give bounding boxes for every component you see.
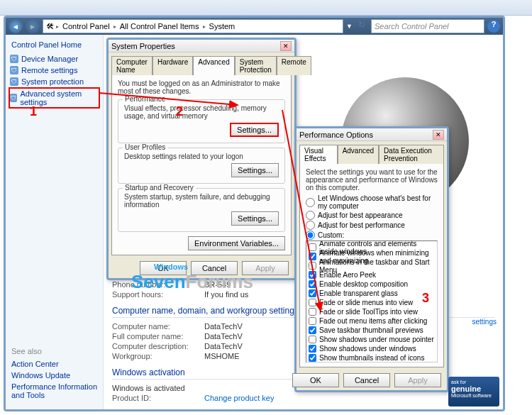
checkbox-input[interactable] — [309, 317, 316, 325]
perfopts-tabs: Visual Effects Advanced Data Execution P… — [297, 141, 447, 163]
genuine-badge: ask for genuine Microsoft software — [448, 377, 499, 406]
tab-system-protection[interactable]: System Protection — [235, 56, 277, 75]
tab-visual-effects[interactable]: Visual Effects — [299, 145, 338, 164]
radio-best-appearance[interactable]: Adjust for best appearance — [306, 211, 438, 220]
checkbox-label: Fade or slide ToolTips into view — [319, 308, 418, 316]
startup-recovery-group: Startup and Recovery System startup, sys… — [118, 188, 285, 232]
up-desc: Desktop settings related to your logon — [124, 153, 279, 160]
change-product-key-link[interactable]: Change product key — [204, 394, 274, 402]
perfopts-cancel-button[interactable]: Cancel — [343, 373, 390, 387]
checkbox-input[interactable] — [309, 243, 316, 251]
visual-effects-list[interactable]: Animate controls and elements inside win… — [306, 240, 438, 363]
checkbox-label: Show shadows under windows — [319, 345, 416, 353]
visual-effect-checkbox[interactable]: Save taskbar thumbnail previews — [308, 326, 436, 335]
tab-remote[interactable]: Remote — [277, 56, 311, 75]
sr-settings-button[interactable]: Settings... — [231, 211, 279, 226]
radio-let-windows[interactable]: Let Windows choose what's best for my co… — [306, 194, 438, 210]
help-icon[interactable]: ? — [487, 20, 500, 33]
checkbox-input[interactable] — [309, 289, 316, 297]
perf-settings-button[interactable]: Settings... — [230, 123, 279, 137]
checkbox-input[interactable] — [309, 262, 316, 270]
pid-label: Product ID: — [112, 394, 204, 402]
annotation-3: 3 — [422, 291, 429, 306]
checkbox-label: Enable desktop composition — [319, 280, 408, 288]
nav-fwd-button[interactable]: ► — [26, 19, 40, 33]
wg-label: Workgroup: — [112, 352, 204, 360]
tab-hardware[interactable]: Hardware — [153, 56, 193, 75]
see-also-perf-info[interactable]: Performance Information and Tools — [11, 381, 102, 401]
refresh-icon[interactable]: ↻ — [355, 20, 368, 33]
see-also-windows-update[interactable]: Windows Update — [11, 370, 102, 381]
change-settings-link[interactable]: settings — [472, 318, 497, 326]
sevenforums-watermark: Windows SevenForums — [131, 262, 253, 293]
checkbox-input[interactable] — [309, 336, 316, 343]
sidebar-item-advanced-system[interactable]: 🛡Advanced system settings — [9, 87, 100, 109]
visual-effect-checkbox[interactable]: Fade or slide menus into view — [308, 298, 436, 307]
perfopts-intro: Select the settings you want to use for … — [306, 168, 438, 192]
visual-effect-checkbox[interactable]: Show shadows under windows — [308, 344, 436, 353]
cn-value: DataTechV — [204, 322, 243, 331]
crumb-all[interactable]: All Control Panel Items — [118, 22, 201, 31]
cd-value: DataTechV — [204, 342, 243, 350]
perfopts-ok-button[interactable]: OK — [292, 373, 339, 387]
sysprops-intro: You must be logged on as an Administrato… — [118, 79, 285, 95]
cp-icon: 🛠 — [46, 22, 54, 31]
shield-icon: 🛡 — [10, 55, 18, 63]
annotation-1: 1 — [30, 104, 37, 119]
perfopts-titlebar[interactable]: Performance Options ✕ — [297, 128, 447, 141]
system-properties-dialog: System Properties ✕ Computer Name Hardwa… — [106, 38, 297, 280]
see-also-head: See also — [11, 347, 102, 355]
checkbox-input[interactable] — [309, 299, 316, 306]
sysprops-titlebar[interactable]: System Properties ✕ — [109, 40, 294, 52]
dropdown-icon[interactable]: ▼ — [346, 23, 353, 30]
sidebar-item-remote[interactable]: 🛡Remote settings — [9, 65, 100, 76]
checkbox-label: Show thumbnails instead of icons — [319, 354, 424, 362]
shield-icon: 🛡 — [10, 77, 18, 86]
visual-effect-checkbox[interactable]: Fade or slide ToolTips into view — [308, 307, 436, 316]
user-profiles-group: User Profiles Desktop settings related t… — [118, 148, 285, 184]
visual-effect-checkbox[interactable]: Enable desktop composition — [308, 280, 436, 289]
up-settings-button[interactable]: Settings... — [231, 163, 279, 177]
activation-value: Windows is activated — [112, 384, 185, 392]
tab-perf-advanced[interactable]: Advanced — [338, 145, 379, 164]
checkbox-input[interactable] — [309, 326, 316, 334]
visual-effect-checkbox[interactable]: Enable transparent glass — [308, 289, 436, 298]
visual-effect-checkbox[interactable]: Show shadows under mouse pointer — [308, 335, 436, 344]
visual-effect-checkbox[interactable]: Show thumbnails instead of icons — [308, 353, 436, 363]
checkbox-input[interactable] — [309, 354, 316, 362]
crumb-cp[interactable]: Control Panel — [61, 22, 111, 31]
sidebar-item-protection[interactable]: 🛡System protection — [9, 76, 100, 87]
sidebar-item-device-manager[interactable]: 🛡Device Manager — [9, 53, 100, 65]
checkbox-input[interactable] — [309, 345, 316, 353]
visual-effect-checkbox[interactable]: Fade out menu items after clicking — [308, 316, 436, 326]
tab-dep[interactable]: Data Execution Prevention — [379, 145, 444, 164]
nav-back-button[interactable]: ◄ — [9, 19, 23, 33]
annotation-2: 2 — [176, 104, 183, 119]
sysprops-title: System Properties — [111, 42, 280, 50]
see-also-action-center[interactable]: Action Center — [11, 358, 102, 370]
close-icon[interactable]: ✕ — [433, 130, 444, 140]
checkbox-label: Save taskbar thumbnail previews — [319, 326, 423, 334]
radio-best-performance[interactable]: Adjust for best performance — [306, 221, 438, 230]
up-group-title: User Profiles — [123, 143, 167, 151]
tab-computer-name[interactable]: Computer Name — [111, 56, 153, 75]
close-icon[interactable]: ✕ — [280, 41, 292, 51]
perfopts-apply-button[interactable]: Apply — [394, 373, 441, 387]
checkbox-input[interactable] — [309, 280, 316, 288]
tab-advanced[interactable]: Advanced — [193, 56, 234, 75]
sysprops-tabs: Computer Name Hardware Advanced System P… — [109, 52, 294, 74]
sidebar-head[interactable]: Control Panel Home — [9, 40, 100, 49]
breadcrumb[interactable]: 🛠 ▸ Control Panel ▸ All Control Panel It… — [43, 19, 343, 33]
cn-label: Computer name: — [112, 322, 204, 331]
crumb-system[interactable]: System — [208, 22, 237, 31]
fcn-value: DataTechV — [204, 332, 243, 341]
checkbox-input[interactable] — [309, 271, 316, 279]
env-vars-button[interactable]: Environment Variables... — [188, 236, 285, 250]
sidebar: Control Panel Home 🛡Device Manager 🛡Remo… — [6, 35, 104, 409]
checkbox-input[interactable] — [309, 253, 316, 260]
checkbox-input[interactable] — [309, 308, 316, 316]
checkbox-label: Show shadows under mouse pointer — [319, 336, 434, 343]
radio-custom[interactable]: Custom: — [306, 231, 438, 240]
visual-effect-checkbox[interactable]: Animations in the taskbar and Start Menu — [308, 261, 436, 270]
search-input[interactable]: Search Control Panel — [371, 19, 484, 33]
